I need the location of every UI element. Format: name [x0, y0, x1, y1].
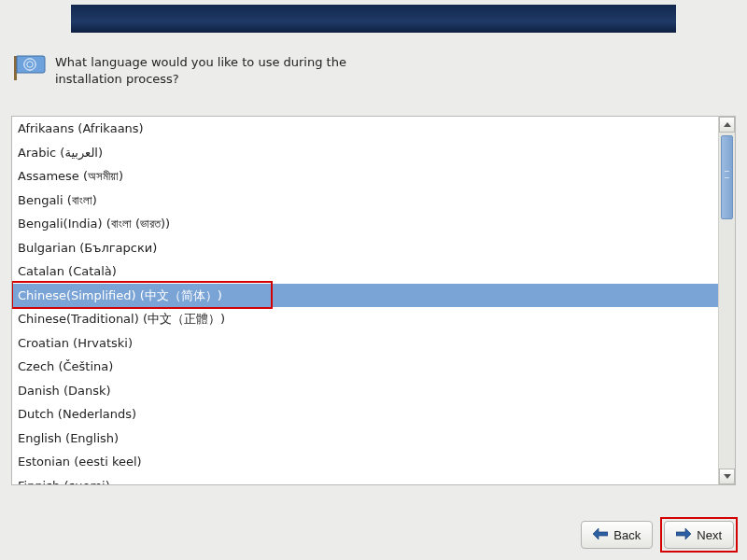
list-item[interactable]: Danish (Dansk) [12, 379, 718, 403]
header: What language would you like to use duri… [14, 54, 733, 91]
chevron-down-icon [724, 474, 731, 479]
prompt-line2: installation process? [55, 72, 179, 86]
next-button[interactable]: Next [664, 521, 734, 549]
list-item[interactable]: Bengali (বাংলা) [12, 189, 718, 213]
vertical-scrollbar[interactable] [718, 117, 735, 484]
list-item[interactable]: Czech (Čeština) [12, 355, 718, 379]
list-item[interactable]: Bengali(India) (বাংলা (ভারত)) [12, 212, 718, 236]
scroll-down-button[interactable] [719, 469, 735, 484]
list-item[interactable]: Catalan (Català) [12, 259, 718, 284]
chevron-up-icon [724, 122, 731, 127]
arrow-right-icon [676, 528, 691, 542]
list-item[interactable]: Croatian (Hrvatski) [12, 331, 718, 356]
back-button-label: Back [613, 528, 641, 542]
list-item[interactable]: Bulgarian (Български) [12, 236, 718, 260]
scroll-up-button[interactable] [719, 117, 735, 133]
list-item[interactable]: Arabic (العربية) [12, 141, 718, 165]
list-item[interactable]: English (English) [12, 427, 718, 451]
arrow-left-icon [593, 528, 608, 542]
list-item[interactable]: Assamese (অসমীয়া) [12, 164, 718, 189]
footer-buttons: Back Next [581, 521, 734, 549]
language-list[interactable]: Afrikaans (Afrikaans)Arabic (العربية)Ass… [12, 117, 718, 484]
prompt-text: What language would you like to use duri… [55, 54, 346, 87]
list-item[interactable]: Chinese(Simplified) (中文（简体）) [12, 284, 718, 308]
back-button[interactable]: Back [581, 521, 653, 549]
prompt-line1: What language would you like to use duri… [55, 55, 346, 69]
list-item[interactable]: Estonian (eesti keel) [12, 450, 718, 474]
list-item[interactable]: Dutch (Nederlands) [12, 402, 718, 427]
scrollbar-thumb[interactable] [721, 135, 733, 219]
language-flag-icon [14, 54, 48, 82]
language-list-container: Afrikaans (Afrikaans)Arabic (العربية)Ass… [11, 116, 736, 485]
list-item[interactable]: Finnish (suomi) [12, 474, 718, 485]
banner-bar [71, 5, 676, 33]
list-item[interactable]: Chinese(Traditional) (中文（正體）) [12, 307, 718, 331]
list-item[interactable]: Afrikaans (Afrikaans) [12, 117, 718, 141]
next-button-label: Next [697, 528, 722, 542]
